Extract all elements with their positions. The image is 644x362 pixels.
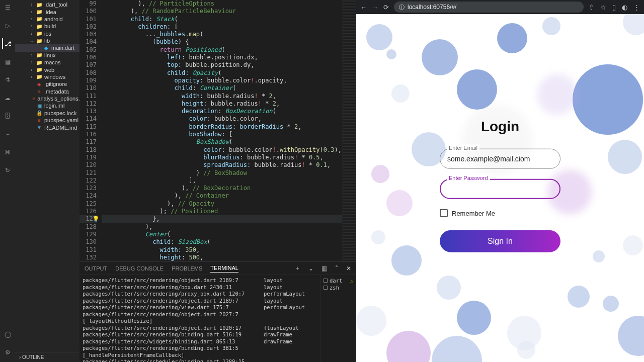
code-line[interactable]: 💡 }, bbox=[102, 215, 342, 223]
file-tree-item[interactable]: ◈.gitignore bbox=[15, 80, 79, 87]
code-line[interactable]: borderRadius: borderRadius * 2, bbox=[102, 123, 342, 131]
password-input[interactable] bbox=[440, 179, 560, 199]
extensions-icon[interactable]: ▦ bbox=[2, 56, 13, 67]
lightbulb-icon[interactable]: 💡 bbox=[93, 215, 100, 223]
file-tree-item[interactable]: ›📁web bbox=[15, 66, 79, 73]
code-line[interactable]: ); // Positioned bbox=[102, 208, 342, 215]
todo-icon[interactable]: ⌁ bbox=[2, 129, 13, 140]
code-line[interactable]: child: Container( bbox=[102, 84, 342, 92]
file-tree-item[interactable]: ◆main.dart bbox=[15, 44, 79, 51]
file-tree-item[interactable]: ⌄📁lib bbox=[15, 37, 79, 44]
panel-tab-terminal[interactable]: TERMINAL bbox=[210, 264, 238, 273]
email-input[interactable] bbox=[440, 149, 560, 169]
bookmark-icon[interactable]: ☆ bbox=[600, 4, 606, 11]
code-line[interactable]: children: [ bbox=[102, 23, 342, 31]
file-tree-item[interactable]: ≡analysis_options.yaml bbox=[15, 95, 79, 102]
code-line[interactable]: ), // BoxDecoration bbox=[102, 185, 342, 192]
code-line[interactable]: ..._bubbles.map( bbox=[102, 31, 342, 38]
sync-icon[interactable]: ↻ bbox=[2, 165, 13, 176]
source-control-icon[interactable]: ⎇ bbox=[2, 38, 13, 49]
testing-icon[interactable]: ⚗ bbox=[2, 74, 13, 85]
settings-gear-icon[interactable]: ⚙ bbox=[2, 347, 13, 358]
panel-tab-output[interactable]: OUTPUT bbox=[85, 264, 107, 273]
panel-maximize-icon[interactable]: ˄ bbox=[335, 265, 338, 272]
code-line[interactable]: ), bbox=[102, 223, 342, 231]
outline-section-header[interactable]: OUTLINE bbox=[15, 352, 79, 362]
profile-icon[interactable]: ◐ bbox=[622, 4, 627, 11]
file-tree-item[interactable]: ▼README.md bbox=[15, 124, 79, 131]
kebab-menu-icon[interactable]: ⋮ bbox=[633, 4, 640, 11]
python-icon[interactable]: ⌘ bbox=[2, 147, 13, 158]
code-line[interactable]: spreadRadius: bubble.radius! * 0.1, bbox=[102, 161, 342, 169]
run-icon[interactable]: ▷ bbox=[2, 20, 13, 31]
code-line[interactable]: color: bubble.color, bbox=[102, 115, 342, 123]
nav-back-icon[interactable]: ← bbox=[360, 4, 367, 11]
login-card: Login Enter Email Enter Password Remembe… bbox=[435, 119, 566, 252]
code-line[interactable]: ], bbox=[102, 177, 342, 185]
account-icon[interactable]: ◯ bbox=[2, 329, 13, 340]
code-editor[interactable]: 9910010110210310410510610710810911011111… bbox=[79, 0, 356, 261]
panel-dropdown-icon[interactable]: ⌄ bbox=[308, 265, 313, 272]
terminal-icon bbox=[324, 286, 328, 290]
code-line[interactable]: BoxShadow( bbox=[102, 138, 342, 146]
code-line[interactable]: ), // Container bbox=[102, 192, 342, 200]
file-tree-item[interactable]: ›📁macos bbox=[15, 59, 79, 66]
file-tree-item[interactable]: ›📁.dart_tool bbox=[15, 1, 79, 8]
panel-add-icon[interactable]: ＋ bbox=[294, 264, 300, 273]
panel-close-icon[interactable]: ✕ bbox=[346, 265, 351, 272]
folder-icon: 📁 bbox=[36, 74, 42, 79]
file-tree-item[interactable]: 🔒pubspec.lock bbox=[15, 110, 79, 117]
site-info-icon[interactable]: ⓘ bbox=[399, 4, 405, 11]
file-tree-item[interactable]: ›📁build bbox=[15, 23, 79, 30]
code-line[interactable]: color: bubble.color!.withOpacity(0.3), bbox=[102, 146, 342, 154]
code-line[interactable]: ), // Opacity bbox=[102, 200, 342, 208]
code-line[interactable]: child: Stack( bbox=[102, 16, 342, 23]
code-line[interactable]: blurRadius: bubble.radius! * 0.5, bbox=[102, 154, 342, 161]
explorer-icon[interactable]: ☰ bbox=[2, 2, 13, 13]
remember-me-checkbox[interactable] bbox=[440, 209, 448, 217]
share-icon[interactable]: ⇧ bbox=[589, 4, 594, 11]
file-tree-item[interactable]: ›📁linux bbox=[15, 52, 79, 59]
code-line[interactable]: child: Opacity( bbox=[102, 69, 342, 77]
nav-forward-icon[interactable]: → bbox=[372, 4, 378, 11]
file-tree-item[interactable]: ≡.metadata bbox=[15, 88, 79, 95]
code-line[interactable]: ) // BoxShadow bbox=[102, 169, 342, 177]
code-line[interactable]: (bubble) { bbox=[102, 38, 342, 46]
file-tree-item[interactable]: ›📁.idea bbox=[15, 8, 79, 15]
lock-icon: 🔒 bbox=[36, 110, 42, 116]
file-tree-label: main.dart bbox=[51, 45, 74, 51]
terminal-session-dart[interactable]: dart⚠ bbox=[324, 277, 353, 284]
database-icon[interactable]: 🗄 bbox=[2, 111, 13, 122]
remote-icon[interactable]: ☁ bbox=[2, 93, 13, 104]
panel-split-icon[interactable]: ▥ bbox=[321, 265, 327, 272]
terminal-output[interactable]: packages/flutter/src/rendering/object.da… bbox=[79, 275, 320, 362]
minimap[interactable] bbox=[342, 0, 356, 261]
code-line[interactable]: width: bubble.radius! * 2, bbox=[102, 93, 342, 100]
sign-in-button[interactable]: Sign In bbox=[440, 230, 560, 252]
code-line[interactable]: top: bubble.position.dy, bbox=[102, 61, 342, 69]
reader-icon[interactable]: ▯ bbox=[612, 4, 616, 11]
file-tree-item[interactable]: ›📁ios bbox=[15, 30, 79, 37]
code-line[interactable]: width: 350, bbox=[102, 246, 342, 254]
code-line[interactable]: return Positioned( bbox=[102, 46, 342, 54]
code-line[interactable]: left: bubble.position.dx, bbox=[102, 54, 342, 61]
code-line[interactable]: height: bubble.radius! * 2, bbox=[102, 100, 342, 108]
code-line[interactable]: boxShadow: [ bbox=[102, 131, 342, 138]
code-line[interactable]: ), // ParticleOptions bbox=[102, 0, 342, 8]
nav-reload-icon[interactable]: ⟳ bbox=[383, 4, 389, 11]
code-line[interactable]: opacity: bubble.color!.opacity, bbox=[102, 77, 342, 84]
code-line[interactable]: height: 500, bbox=[102, 254, 342, 261]
panel-tab-problems[interactable]: PROBLEMS bbox=[172, 264, 202, 273]
code-body[interactable]: ), // ParticleOptions ), // RandomPartic… bbox=[102, 0, 342, 261]
file-tree-item[interactable]: ›📁windows bbox=[15, 73, 79, 80]
file-tree-item[interactable]: ›📁android bbox=[15, 16, 79, 23]
code-line[interactable]: Center( bbox=[102, 231, 342, 238]
panel-tab-debug-console[interactable]: DEBUG CONSOLE bbox=[115, 264, 164, 273]
terminal-session-zsh[interactable]: zsh bbox=[324, 284, 353, 291]
code-line[interactable]: decoration: BoxDecoration( bbox=[102, 108, 342, 115]
file-tree-item[interactable]: ▣login.iml bbox=[15, 102, 79, 109]
address-bar[interactable]: ⓘ localhost:60756/#/ bbox=[394, 2, 584, 13]
file-tree-item[interactable]: ≡pubspec.yaml bbox=[15, 117, 79, 124]
code-line[interactable]: ), // RandomParticleBehaviour bbox=[102, 8, 342, 15]
code-line[interactable]: child: SizedBox( bbox=[102, 238, 342, 246]
